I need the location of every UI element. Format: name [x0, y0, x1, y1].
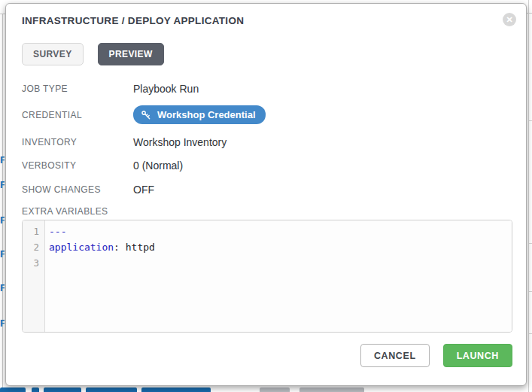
verbosity-label: VERBOSITY — [22, 158, 76, 173]
deploy-application-modal: INFRASTRUCTURE / DEPLOY APPLICATION ✕ SU… — [5, 3, 527, 386]
detail-row-job-type: JOB TYPE Playbook Run — [6, 81, 526, 96]
modal-tabs: SURVEY PREVIEW — [22, 43, 164, 65]
credential-badge-label: Workshop Credential — [157, 109, 256, 120]
background-table-line — [528, 243, 532, 244]
tab-survey[interactable]: SURVEY — [22, 43, 84, 65]
job-type-value: Playbook Run — [133, 81, 199, 96]
code-line: --- — [49, 223, 512, 239]
background-link-fragment: F — [0, 248, 5, 260]
credential-label: CREDENTIAL — [22, 108, 82, 123]
background-link-fragment: F — [0, 154, 5, 166]
close-icon[interactable]: ✕ — [503, 13, 516, 26]
detail-row-show-changes: SHOW CHANGES OFF — [6, 182, 526, 197]
cancel-button[interactable]: CANCEL — [360, 344, 430, 367]
line-number: 2 — [23, 239, 44, 255]
background-link-fragment: F — [0, 282, 5, 293]
detail-row-verbosity: VERBOSITY 0 (Normal) — [6, 158, 526, 173]
background-table-line — [0, 14, 5, 14]
yaml-value: : httpd — [114, 242, 155, 253]
show-changes-label: SHOW CHANGES — [22, 182, 101, 197]
extra-variables-label: EXTRA VARIABLES — [22, 206, 108, 217]
background-link-fragment: F — [0, 179, 5, 190]
code-line: application: httpd — [49, 239, 512, 255]
modal-title: INFRASTRUCTURE / DEPLOY APPLICATION — [22, 15, 244, 26]
clipped-text-fragment — [0, 386, 391, 392]
credential-badge[interactable]: Workshop Credential — [133, 105, 266, 124]
key-icon — [141, 110, 151, 120]
tab-preview[interactable]: PREVIEW — [98, 43, 164, 65]
background-link-fragment: F — [0, 214, 5, 226]
background-table-line — [528, 291, 532, 292]
verbosity-value: 0 (Normal) — [133, 158, 183, 173]
editor-code-area[interactable]: --- application: httpd — [45, 220, 512, 332]
launch-button[interactable]: LAUNCH — [443, 344, 512, 367]
modal-footer: CANCEL LAUNCH — [360, 344, 512, 367]
background-table-line — [528, 333, 532, 334]
background-link-fragment: F — [0, 318, 5, 329]
yaml-key: application — [49, 242, 114, 253]
detail-row-credential: CREDENTIAL Workshop Credential — [6, 108, 526, 123]
yaml-doc-start: --- — [49, 226, 66, 237]
job-type-label: JOB TYPE — [22, 81, 68, 96]
show-changes-value: OFF — [133, 182, 154, 197]
extra-variables-editor[interactable]: 1 2 3 --- application: httpd — [22, 220, 512, 333]
inventory-label: INVENTORY — [22, 135, 77, 150]
inventory-value: Workshop Inventory — [133, 135, 226, 150]
background-table-line — [528, 120, 532, 121]
line-number: 1 — [23, 223, 44, 239]
detail-row-inventory: INVENTORY Workshop Inventory — [6, 135, 526, 150]
background-table-border — [2, 14, 3, 392]
editor-line-numbers: 1 2 3 — [23, 220, 45, 332]
line-number: 3 — [23, 255, 44, 271]
